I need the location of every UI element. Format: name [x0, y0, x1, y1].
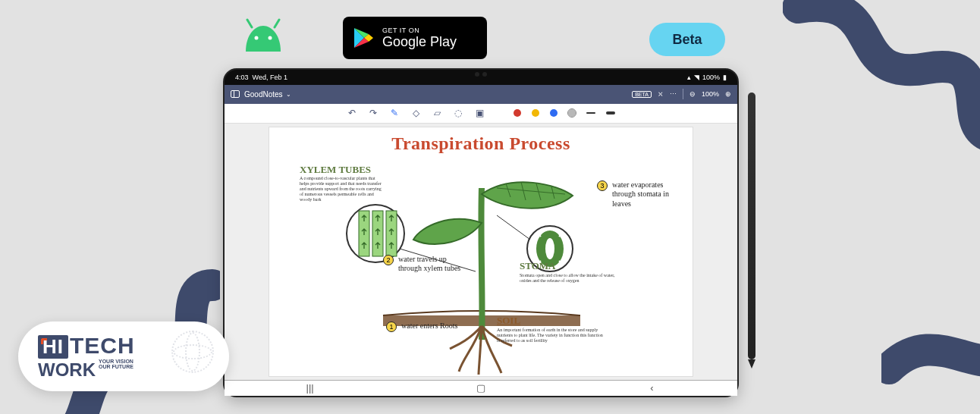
signal-icon: ◥	[694, 74, 699, 81]
svg-line-15	[497, 215, 530, 240]
camera-notch	[472, 72, 490, 77]
more-icon[interactable]: ⋯	[670, 90, 677, 98]
play-store-icon	[352, 27, 375, 49]
note-xylem: A compound close-to-vascular plants that…	[300, 176, 383, 203]
globe-decor-icon	[171, 331, 214, 373]
shuffle-icon[interactable]: ⤬	[658, 90, 664, 98]
lasso-tool[interactable]: ◌	[453, 108, 463, 118]
stylus-pen	[748, 93, 755, 359]
step-1: water enters Roots	[401, 321, 457, 331]
android-icon	[241, 18, 285, 52]
sidebar-toggle-icon[interactable]	[231, 90, 240, 98]
app-bar: GoodNotes ⌄ BETA ⤬ ⋯ ⊖ 100% ⊕	[225, 85, 737, 104]
wifi-icon: ▴	[687, 74, 691, 81]
label-xylem: XYLEM TUBES	[300, 164, 371, 176]
logo-tech: TECH	[70, 333, 135, 358]
eraser-tool[interactable]: ◇	[410, 108, 421, 118]
status-date: Wed, Feb 1	[253, 74, 287, 81]
undo-button[interactable]: ↶	[347, 108, 357, 118]
stroke-thick[interactable]	[606, 111, 615, 114]
google-play-badge[interactable]: GET IT ON Google Play	[343, 17, 487, 59]
redo-button[interactable]: ↷	[368, 108, 378, 118]
zoom-out-icon[interactable]: ⊖	[689, 90, 696, 98]
chevron-down-icon[interactable]: ⌄	[286, 91, 291, 98]
label-stoma: STOMA	[520, 260, 555, 272]
toolbar: ↶ ↷ ✎ ◇ ▱ ◌ ▣	[225, 104, 737, 123]
svg-point-16	[545, 238, 554, 259]
nav-home-button[interactable]: ▢	[474, 382, 488, 394]
battery-icon: ▮	[723, 74, 727, 81]
status-battery: 100%	[702, 74, 720, 81]
svg-line-1	[275, 20, 279, 27]
logo-tag2: OUR FUTURE	[99, 364, 133, 369]
step-2: water travels up through xylem tubes	[398, 255, 466, 274]
play-badge-line2: Google Play	[382, 34, 457, 49]
step-3-num: 3	[597, 180, 608, 191]
step-2-num: 2	[383, 255, 394, 265]
nav-recent-button[interactable]: |||	[303, 382, 317, 394]
note-page[interactable]: Transpiration Process	[269, 127, 693, 377]
pen-tool[interactable]: ✎	[389, 108, 400, 118]
zoom-level: 100%	[702, 90, 719, 98]
logo-hi: HI	[38, 335, 68, 359]
tablet-device: 4:03 Wed, Feb 1 ▴ ◥ 100% ▮ GoodNotes ⌄ B…	[223, 68, 739, 397]
step-1-num: 1	[386, 321, 397, 332]
status-time: 4:03	[235, 74, 249, 81]
image-tool[interactable]: ▣	[474, 108, 485, 118]
svg-point-2	[255, 36, 259, 40]
svg-point-3	[269, 36, 272, 40]
appbar-beta-tag: BETA	[632, 91, 652, 98]
stroke-thin[interactable]	[586, 112, 595, 114]
color-gray[interactable]	[568, 109, 576, 117]
label-soil: SOIL	[497, 315, 520, 327]
color-blue[interactable]	[550, 109, 558, 117]
nav-back-button[interactable]: ‹	[645, 382, 658, 394]
play-badge-line1: GET IT ON	[382, 27, 457, 34]
highlighter-tool[interactable]: ▱	[432, 108, 442, 118]
canvas-area[interactable]: Transpiration Process	[225, 124, 737, 380]
logo-tag1: YOUR VISION	[99, 359, 133, 364]
note-stoma: Stomata open and close to allow the inta…	[520, 273, 618, 284]
color-yellow[interactable]	[532, 109, 539, 117]
color-red[interactable]	[514, 109, 521, 117]
decor-squiggle-right-bottom	[881, 308, 980, 399]
svg-line-0	[247, 20, 252, 27]
logo-work: WORK	[38, 359, 96, 379]
zoom-in-icon[interactable]: ⊕	[725, 90, 731, 98]
beta-badge: Beta	[649, 23, 725, 56]
android-nav-bar: ||| ▢ ‹	[225, 380, 737, 397]
step-3: water evaporates through stomata in leav…	[612, 180, 680, 209]
app-title[interactable]: GoodNotes	[244, 90, 283, 99]
note-soil: An important formation of earth in the s…	[497, 328, 603, 344]
hitech-work-logo: HITECH WORKYOUR VISIONOUR FUTURE	[18, 321, 229, 391]
